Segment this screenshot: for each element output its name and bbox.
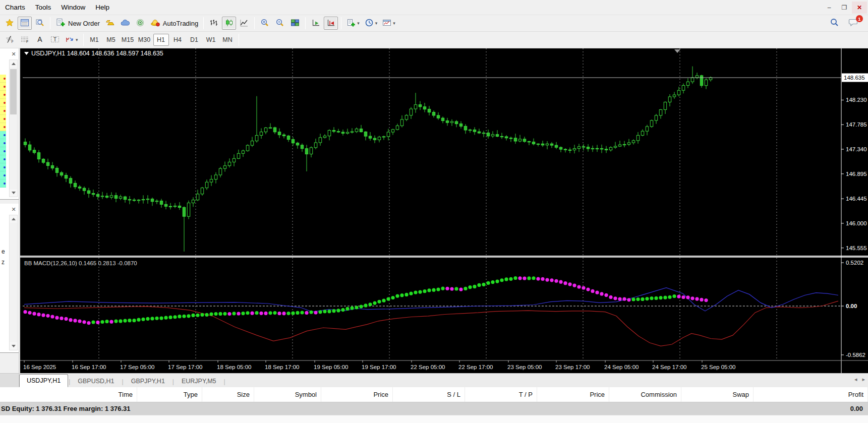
timeframe-m1[interactable]: M1 — [87, 34, 102, 46]
tab-scroll-right-icon[interactable]: ▸ — [862, 376, 865, 383]
chart-tab-gbpusd-h1[interactable]: GBPUSD,H1 — [71, 375, 121, 387]
timeframe-mn[interactable]: MN — [220, 34, 236, 46]
svg-text:F: F — [12, 40, 14, 43]
chart-window[interactable]: 148.230147.785147.340146.895146.445146.0… — [19, 48, 868, 373]
new-order-icon — [55, 18, 66, 28]
templates-button[interactable]: ▾ — [380, 17, 397, 30]
market-watch-cell — [0, 131, 6, 139]
chart-tab-usdjpy-h1[interactable]: USDJPY,H1 — [19, 374, 68, 387]
data-window-icon — [35, 19, 44, 28]
svg-text:T: T — [53, 36, 56, 42]
price-chart[interactable]: 148.230147.785147.340146.895146.445146.0… — [20, 48, 868, 373]
market-watch-cell — [0, 171, 6, 179]
close-icon[interactable]: ✕ — [10, 50, 17, 57]
chart-shift-button[interactable] — [324, 17, 338, 30]
navigator-scrollbar[interactable] — [9, 215, 18, 350]
column-header-swap[interactable]: Swap — [681, 387, 754, 402]
grid-lines-button[interactable]: F — [18, 33, 32, 46]
timeframe-m5[interactable]: M5 — [103, 34, 119, 46]
toolbar-separator — [341, 17, 341, 29]
tab-scroll-left-icon[interactable]: ◂ — [854, 376, 857, 383]
column-header-symbol[interactable]: Symbol — [254, 387, 321, 402]
column-header-t-p[interactable]: T / P — [465, 387, 537, 402]
scroll-down-icon[interactable] — [10, 342, 17, 350]
text-label-button[interactable]: T — [48, 33, 62, 46]
market-watch-button[interactable] — [18, 17, 32, 30]
market-watch-cell — [0, 75, 6, 83]
favorites-star-button[interactable] — [3, 17, 17, 30]
scroll-down-icon[interactable] — [10, 189, 17, 197]
line-chart-button[interactable] — [237, 17, 251, 30]
menu-help[interactable]: Help — [90, 0, 114, 15]
menu-tools[interactable]: Tools — [30, 0, 56, 15]
timeframe-m30[interactable]: M30 — [137, 34, 152, 46]
svg-text:16 Sep 17:00: 16 Sep 17:00 — [72, 364, 106, 370]
candlestick-chart-button[interactable] — [222, 17, 236, 30]
tabs-corner — [0, 374, 19, 387]
column-header-price[interactable]: Price — [537, 387, 609, 402]
svg-text:146.895: 146.895 — [846, 171, 867, 177]
chat-button[interactable]: 1 — [846, 17, 860, 30]
periods-button[interactable]: ▾ — [363, 17, 380, 30]
scroll-up-icon[interactable] — [10, 215, 17, 223]
timeframe-h4[interactable]: H4 — [170, 34, 186, 46]
menu-charts[interactable]: Charts — [0, 0, 30, 15]
scroll-up-icon[interactable] — [10, 60, 17, 68]
data-window-button[interactable] — [33, 17, 47, 30]
timeframe-h1[interactable]: H1 — [153, 34, 169, 46]
toolbar-separator — [203, 17, 204, 29]
arrows-button[interactable]: ▾ — [63, 33, 80, 46]
autotrading-button[interactable]: AutoTrading — [148, 17, 200, 30]
column-header-profit[interactable]: Profit — [754, 387, 868, 402]
chevron-down-icon: ▾ — [357, 21, 360, 26]
gold-button[interactable] — [103, 17, 117, 30]
svg-text:148.635: 148.635 — [844, 75, 865, 81]
close-icon[interactable]: ✕ — [10, 206, 17, 213]
fibonacci-icon: F — [5, 35, 14, 45]
notification-badge: 1 — [856, 15, 863, 22]
restore-button[interactable]: ❐ — [837, 2, 852, 14]
market-watch-scrollbar[interactable] — [9, 59, 18, 197]
column-header-size[interactable]: Size — [202, 387, 254, 402]
tick-dot-icon — [4, 174, 6, 176]
new-order-button[interactable]: New Order — [53, 17, 102, 30]
svg-text:147.785: 147.785 — [846, 122, 867, 128]
zoom-in-button[interactable] — [258, 17, 272, 30]
column-header-time[interactable]: Time — [0, 387, 137, 402]
svg-text:19 Sep 05:00: 19 Sep 05:00 — [314, 364, 348, 370]
market-watch-cell — [0, 163, 6, 171]
svg-text:18 Sep 05:00: 18 Sep 05:00 — [217, 364, 251, 370]
zoom-out-button[interactable] — [273, 17, 287, 30]
timeframe-w1[interactable]: W1 — [203, 34, 219, 46]
column-header-commission[interactable]: Commission — [609, 387, 681, 402]
menu-window[interactable]: Window — [56, 0, 90, 15]
svg-text:0.00: 0.00 — [846, 303, 857, 309]
timeframe-d1[interactable]: D1 — [187, 34, 202, 46]
chart-tab-eurjpy-m5[interactable]: EURJPY,M5 — [175, 375, 223, 387]
svg-text:17 Sep 17:00: 17 Sep 17:00 — [168, 364, 202, 370]
tile-windows-button[interactable] — [288, 17, 302, 30]
chevron-down-icon: ▾ — [375, 21, 378, 26]
indicators-button[interactable]: ▾ — [344, 17, 362, 30]
column-header-price[interactable]: Price — [321, 387, 393, 402]
search-button[interactable] — [827, 17, 841, 30]
close-button[interactable]: ✕ — [852, 2, 867, 14]
auto-scroll-icon — [311, 19, 320, 28]
column-header-s-l[interactable]: S / L — [393, 387, 465, 402]
minimize-button[interactable]: – — [822, 2, 837, 14]
signals-button[interactable] — [133, 17, 147, 30]
tick-dot-icon — [4, 102, 6, 104]
chart-tab-gbpjpy-h1[interactable]: GBPJPY,H1 — [124, 375, 172, 387]
signals-icon — [136, 19, 145, 28]
cloud-button[interactable] — [118, 17, 132, 30]
scroll-thumb[interactable] — [10, 69, 17, 114]
column-header-type[interactable]: Type — [137, 387, 202, 402]
timeframe-m15[interactable]: M15 — [120, 34, 136, 46]
fibonacci-button[interactable]: F — [3, 33, 17, 46]
auto-scroll-button[interactable] — [309, 17, 323, 30]
market-watch-icon — [20, 19, 29, 28]
bar-chart-button[interactable] — [207, 17, 221, 30]
search-icon — [830, 18, 839, 28]
text-button[interactable]: A — [33, 33, 47, 46]
svg-text:F: F — [26, 40, 28, 43]
